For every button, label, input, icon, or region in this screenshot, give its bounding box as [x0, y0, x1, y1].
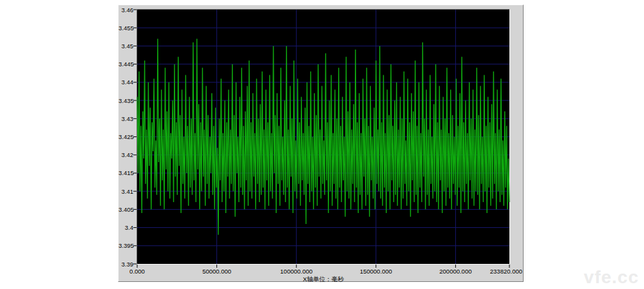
watermark: vfe.cc	[584, 267, 639, 288]
chart-panel: X轴单位：毫秒 3.463.4553.453.4453.443.4353.433…	[118, 5, 524, 282]
page: X轴单位：毫秒 3.463.4553.453.4453.443.4353.433…	[0, 0, 644, 289]
waveform-chart	[118, 5, 524, 283]
